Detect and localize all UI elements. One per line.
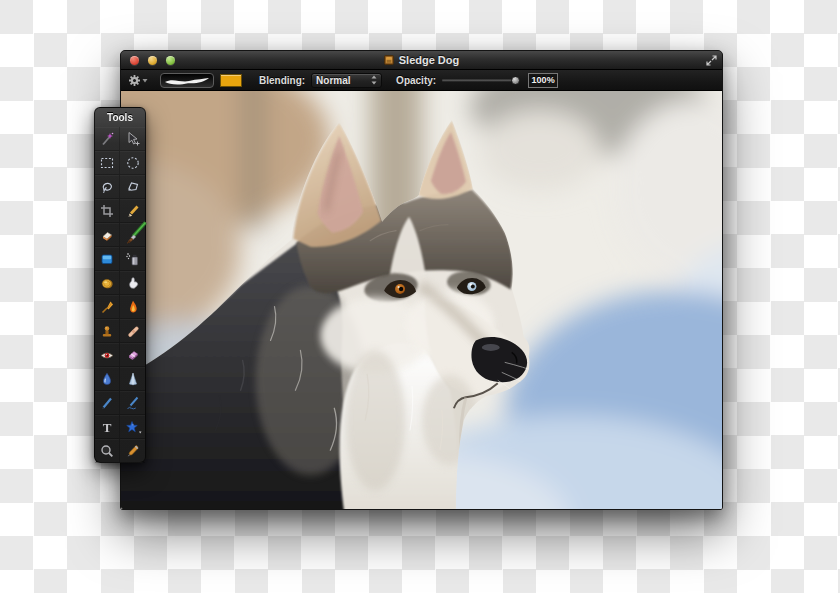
water-drop-icon xyxy=(99,371,115,387)
pencil-icon xyxy=(125,203,141,219)
fullscreen-icon[interactable] xyxy=(706,55,717,66)
tool-eyedropper[interactable] xyxy=(120,439,145,463)
opacity-label: Opacity: xyxy=(396,75,436,86)
glove-hand-icon xyxy=(125,275,141,291)
tool-eraser[interactable] xyxy=(95,223,120,247)
window-title: Sledge Dog xyxy=(399,54,460,66)
app-window: Sledge Dog Blendi xyxy=(120,50,723,510)
rectangular-marquee-icon xyxy=(99,155,115,171)
tools-palette-title: Tools xyxy=(95,108,145,127)
freeform-pen-icon xyxy=(125,395,141,411)
blending-label: Blending: xyxy=(259,75,305,86)
tool-blur[interactable] xyxy=(95,367,120,391)
desktop-transparency-checkerboard: { "background": { "checker_light": "#fff… xyxy=(0,0,840,593)
document-proxy-icon xyxy=(384,55,394,65)
type-icon: T xyxy=(99,419,115,435)
chevron-down-icon xyxy=(142,78,148,83)
polygonal-lasso-icon xyxy=(125,179,141,195)
tools-palette[interactable]: Tools xyxy=(94,107,146,463)
tool-shape[interactable] xyxy=(120,415,145,439)
eyedropper-icon xyxy=(125,443,141,459)
cone-icon xyxy=(125,371,141,387)
pen-icon xyxy=(99,395,115,411)
tool-zoom[interactable] xyxy=(95,439,120,463)
tool-elliptical-marquee[interactable] xyxy=(120,151,145,175)
image-canvas[interactable] xyxy=(121,91,722,510)
clone-stamp-icon xyxy=(99,323,115,339)
tool-rectangular-marquee[interactable] xyxy=(95,151,120,175)
gear-icon xyxy=(128,74,141,87)
tool-move[interactable] xyxy=(120,127,145,151)
tool-type[interactable]: T xyxy=(95,415,120,439)
tool-crop[interactable] xyxy=(95,199,120,223)
move-cursor-icon xyxy=(125,131,141,147)
zoom-button[interactable] xyxy=(166,56,175,65)
husky-photo xyxy=(121,91,722,510)
tool-healing[interactable] xyxy=(120,319,145,343)
fan-brush-icon xyxy=(99,299,115,315)
tool-pencil[interactable] xyxy=(120,199,145,223)
tool-art-eraser[interactable] xyxy=(120,343,145,367)
brush-preview-button[interactable] xyxy=(160,73,214,88)
spray-can-icon xyxy=(125,251,141,267)
title-area: Sledge Dog xyxy=(121,51,722,69)
eraser-icon xyxy=(99,227,115,243)
tool-freeform-pen[interactable] xyxy=(120,391,145,415)
tool-red-eye[interactable] xyxy=(95,343,120,367)
magic-wand-icon xyxy=(99,131,115,147)
tool-settings-button[interactable] xyxy=(128,74,148,87)
tool-sharpen[interactable] xyxy=(120,367,145,391)
opacity-slider[interactable] xyxy=(442,76,520,85)
blending-value: Normal xyxy=(316,75,350,86)
tool-color-fill[interactable] xyxy=(95,247,120,271)
tool-magic-wand[interactable] xyxy=(95,127,120,151)
star-shape-icon xyxy=(124,419,142,435)
paintbrush-icon xyxy=(123,222,147,246)
gold-coin-icon xyxy=(99,275,115,291)
titlebar[interactable]: Sledge Dog xyxy=(121,51,722,70)
bandaid-icon xyxy=(125,323,141,339)
tool-options-bar: Blending: Normal Opacity: 100% xyxy=(121,70,722,91)
blending-select[interactable]: Normal xyxy=(311,73,382,88)
brush-stroke-preview-icon xyxy=(163,75,211,86)
tool-spray-can[interactable] xyxy=(120,247,145,271)
tool-clone-stamp[interactable] xyxy=(95,319,120,343)
magnifier-icon xyxy=(99,443,115,459)
tool-dodge[interactable] xyxy=(95,295,120,319)
crop-icon xyxy=(99,203,115,219)
tool-grid: T xyxy=(95,127,145,463)
tool-polygonal-lasso[interactable] xyxy=(120,175,145,199)
color-fill-icon xyxy=(99,251,115,267)
pink-eraser-icon xyxy=(125,347,141,363)
tool-sponge[interactable] xyxy=(95,271,120,295)
red-eye-icon xyxy=(99,347,115,363)
stepper-arrows-icon xyxy=(371,75,377,85)
color-swatch[interactable] xyxy=(220,74,242,87)
opacity-value-field[interactable]: 100% xyxy=(528,73,558,88)
window-controls xyxy=(130,56,175,65)
flame-icon xyxy=(125,299,141,315)
minimize-button[interactable] xyxy=(148,56,157,65)
tool-pen[interactable] xyxy=(95,391,120,415)
tool-lasso[interactable] xyxy=(95,175,120,199)
tool-smudge[interactable] xyxy=(120,271,145,295)
close-button[interactable] xyxy=(130,56,139,65)
svg-text:T: T xyxy=(103,419,112,434)
opacity-slider-track[interactable] xyxy=(442,79,520,81)
lasso-icon xyxy=(99,179,115,195)
tool-burn[interactable] xyxy=(120,295,145,319)
opacity-slider-knob[interactable] xyxy=(511,76,520,85)
elliptical-marquee-icon xyxy=(125,155,141,171)
tool-paintbrush[interactable] xyxy=(120,223,145,247)
